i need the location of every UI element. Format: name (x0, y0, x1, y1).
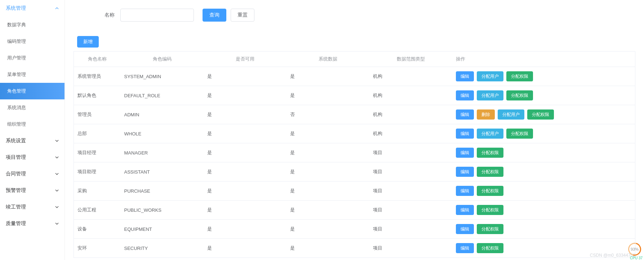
assign_perm-button[interactable]: 分配权限 (477, 243, 503, 253)
assign_perm-button[interactable]: 分配权限 (477, 167, 503, 177)
menu-group-label: 质量管理 (6, 220, 26, 227)
cell-code: DEFAULT_ROLE (121, 86, 204, 105)
toolbar: 新增 (74, 30, 644, 51)
assign_perm-button[interactable]: 分配权限 (506, 71, 533, 81)
menu-group-5[interactable]: 竣工管理 (0, 199, 65, 215)
menu-group-2[interactable]: 项目管理 (0, 149, 65, 166)
sidebar-item-0-6[interactable]: 组织管理 (0, 116, 65, 133)
assign_perm-button[interactable]: 分配权限 (477, 205, 503, 215)
cell-sys: 是 (287, 181, 369, 201)
assign_perm-button[interactable]: 分配权限 (506, 90, 533, 100)
cell-sys: 是 (287, 220, 369, 239)
cell-name: 总部 (74, 124, 121, 143)
sidebar-item-0-2[interactable]: 用户管理 (0, 50, 65, 66)
sidebar-item-0-3[interactable]: 菜单管理 (0, 66, 65, 83)
col-header-0: 角色名称 (74, 51, 121, 67)
cell-name: 设备 (74, 220, 121, 239)
main-content: 名称 查询 重置 新增 角色名称角色编码是否可用系统数据数据范围类型操作 系统管… (65, 0, 644, 260)
cell-scope: 项目 (369, 143, 452, 162)
col-header-3: 系统数据 (287, 51, 369, 67)
query-button[interactable]: 查询 (203, 9, 226, 22)
cell-enabled: 是 (204, 124, 287, 143)
edit-button[interactable]: 编辑 (456, 243, 474, 253)
assign_perm-button[interactable]: 分配权限 (527, 109, 554, 120)
cell-sys: 是 (287, 143, 369, 162)
assign_perm-button[interactable]: 分配权限 (477, 186, 503, 196)
edit-button[interactable]: 编辑 (456, 71, 474, 81)
assign_user-button[interactable]: 分配用户 (498, 109, 524, 120)
edit-button[interactable]: 编辑 (456, 224, 474, 234)
sidebar-item-0-4[interactable]: 角色管理 (0, 83, 65, 99)
chevron-up-icon (55, 6, 59, 10)
cell-actions: 编辑分配用户分配权限 (452, 86, 635, 105)
cell-scope: 项目 (369, 181, 452, 201)
cell-name: 项目助理 (74, 162, 121, 181)
menu-group-1[interactable]: 系统设置 (0, 133, 65, 149)
cell-code: ASSISTANT (121, 162, 204, 181)
cell-name: 公用工程 (74, 201, 121, 220)
cell-actions: 编辑分配权限 (452, 239, 635, 258)
cell-actions: 编辑分配权限 (452, 181, 635, 201)
edit-button[interactable]: 编辑 (456, 167, 474, 177)
chevron-down-icon (55, 205, 59, 209)
table-row: 总部WHOLE是是机构编辑分配用户分配权限 (74, 124, 635, 143)
cell-code: SECURITY (121, 239, 204, 258)
table-row: 系统管理员SYSTEM_ADMIN是是机构编辑分配用户分配权限 (74, 67, 635, 86)
cell-actions: 编辑分配用户分配权限 (452, 124, 635, 143)
cell-actions: 编辑分配权限 (452, 162, 635, 181)
menu-group-label: 系统管理 (6, 5, 26, 12)
edit-button[interactable]: 编辑 (456, 186, 474, 196)
menu-group-6[interactable]: 质量管理 (0, 215, 65, 232)
assign_perm-button[interactable]: 分配权限 (506, 129, 533, 139)
menu-group-label: 预警管理 (6, 187, 26, 194)
edit-button[interactable]: 编辑 (456, 129, 474, 139)
name-input[interactable] (120, 9, 194, 22)
sidebar-item-0-0[interactable]: 数据字典 (0, 17, 65, 33)
cell-code: PUBLIC_WORKS (121, 201, 204, 220)
cell-name: 系统管理员 (74, 67, 121, 86)
chevron-down-icon (55, 156, 59, 159)
cell-enabled: 是 (204, 201, 287, 220)
sidebar-item-0-5[interactable]: 系统消息 (0, 99, 65, 116)
col-header-5: 操作 (452, 51, 635, 67)
cell-enabled: 是 (204, 67, 287, 86)
cell-scope: 机构 (369, 124, 452, 143)
cell-scope: 项目 (369, 162, 452, 181)
cell-sys: 否 (287, 105, 369, 124)
edit-button[interactable]: 编辑 (456, 109, 474, 120)
table-row: 安环SECURITY是是项目编辑分配权限 (74, 239, 635, 258)
menu-group-0[interactable]: 系统管理 (0, 0, 65, 17)
cell-enabled: 是 (204, 220, 287, 239)
col-header-1: 角色编码 (121, 51, 204, 67)
cell-code: SYSTEM_ADMIN (121, 67, 204, 86)
delete-button[interactable]: 删除 (477, 109, 495, 120)
table-row: 设备EQUIPMENT是是项目编辑分配权限 (74, 220, 635, 239)
col-header-4: 数据范围类型 (369, 51, 452, 67)
cell-name: 采购 (74, 181, 121, 201)
assign_perm-button[interactable]: 分配权限 (477, 148, 503, 158)
cell-enabled: 是 (204, 86, 287, 105)
assign_user-button[interactable]: 分配用户 (477, 129, 503, 139)
cell-scope: 机构 (369, 86, 452, 105)
menu-group-4[interactable]: 预警管理 (0, 182, 65, 199)
sidebar-item-0-1[interactable]: 编码管理 (0, 33, 65, 50)
reset-button[interactable]: 重置 (231, 9, 254, 22)
cell-sys: 是 (287, 239, 369, 258)
edit-button[interactable]: 编辑 (456, 205, 474, 215)
cell-name: 默认角色 (74, 86, 121, 105)
assign_user-button[interactable]: 分配用户 (477, 90, 503, 100)
menu-group-label: 系统设置 (6, 138, 26, 144)
table-row: 管理员ADMIN是否机构编辑删除分配用户分配权限 (74, 105, 635, 124)
edit-button[interactable]: 编辑 (456, 90, 474, 100)
add-button[interactable]: 新增 (77, 36, 99, 48)
cell-enabled: 是 (204, 162, 287, 181)
cell-actions: 编辑分配用户分配权限 (452, 67, 635, 86)
cell-enabled: 是 (204, 181, 287, 201)
cell-name: 管理员 (74, 105, 121, 124)
assign_perm-button[interactable]: 分配权限 (477, 224, 503, 234)
menu-group-3[interactable]: 合同管理 (0, 166, 65, 182)
edit-button[interactable]: 编辑 (456, 148, 474, 158)
cpu-text: CPU 37 (630, 256, 643, 260)
assign_user-button[interactable]: 分配用户 (477, 71, 503, 81)
menu-group-label: 竣工管理 (6, 204, 26, 210)
